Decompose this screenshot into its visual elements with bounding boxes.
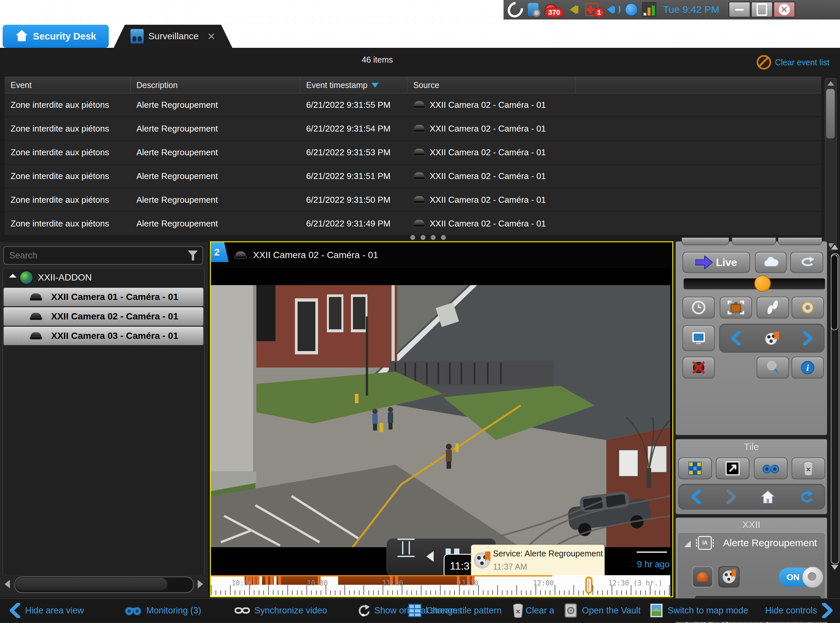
clipped-button[interactable] [682,237,729,245]
speaker-icon[interactable] [606,2,621,17]
next-bookmark-icon[interactable] [802,331,814,345]
life-ring-icon [800,300,815,315]
health-icon[interactable]: 1 [585,2,599,17]
expand-icon[interactable] [9,274,17,281]
video-tile[interactable]: 2 XXII Camera 02 - Caméra - 01 [210,241,673,597]
scroll-up-icon[interactable] [828,81,834,86]
table-row[interactable]: Zone interdite aux piétonsAlerte Regroup… [5,188,821,212]
go-to-time-button[interactable] [682,297,715,318]
ruler-tick [478,585,479,595]
column-description[interactable]: Description [130,77,300,93]
filmstrip-icon[interactable] [397,539,415,557]
speed-slider[interactable] [684,278,825,289]
protect-video-button[interactable] [792,297,824,318]
forward-icon[interactable] [725,490,737,504]
toolbar-change-tile-pattern[interactable]: Change tile pattern [408,599,501,622]
scroll-up-icon[interactable] [831,245,838,250]
camera-tree-item[interactable]: XXII Camera 01 - Caméra - 01 [4,288,203,306]
toolbar-switch-to-map-mode[interactable]: Switch to map mode [650,599,748,622]
toolbar-hide-controls[interactable]: Hide controls [765,599,833,622]
table-row[interactable]: Zone interdite aux piétonsAlerte Regroup… [5,141,821,164]
network-globe-icon[interactable] [624,2,639,17]
timeline-cursor[interactable] [585,577,593,594]
column-event[interactable]: Event [5,77,130,93]
expand-tile-button[interactable] [716,457,750,479]
clear-tile-button[interactable] [792,457,825,479]
info-button[interactable]: i [792,357,824,378]
clipped-button[interactable] [731,237,776,245]
monitor-button[interactable] [682,325,715,351]
toolbar-clear-a[interactable]: Clear a [512,599,554,622]
bookmark-button[interactable] [718,566,739,588]
refresh-icon[interactable] [798,490,813,504]
monitoring-button[interactable] [754,457,788,479]
close-button[interactable]: ✕ [773,2,795,17]
toolbar-open-the-vault[interactable]: Open the Vault [564,599,641,622]
directory-status-icon[interactable] [526,2,540,17]
minimize-button[interactable] [729,2,750,17]
toolbar-hide-area-view[interactable]: Hide area view [9,599,84,622]
clipped-button[interactable] [778,237,822,245]
scrollbar-thumb[interactable] [826,89,835,138]
tab-security-desk[interactable]: Security Desk [3,25,109,48]
change-pattern-button[interactable] [678,457,712,479]
loop-button[interactable] [790,252,823,273]
previous-bookmark-icon[interactable] [730,331,742,345]
timeline-scrubber[interactable]: 10:0010:3011:0011:3012:0012:30 (3 hr.) [211,575,670,596]
tab-surveillance[interactable]: Surveillance ✕ [114,25,232,48]
maximize-button[interactable] [751,2,773,17]
ruler-tick [330,590,331,595]
search-input[interactable] [4,250,188,261]
block-camera-button[interactable] [682,357,715,378]
scroll-right-icon[interactable] [198,580,203,588]
muted-speaker-icon[interactable] [567,2,581,17]
home-icon[interactable] [761,490,775,504]
rewind-icon[interactable] [426,551,434,562]
event-list-scrollbar[interactable] [825,78,837,251]
table-row[interactable]: Zone interdite aux piétonsAlerte Regroup… [5,93,821,117]
ruler-tick [626,590,627,595]
area-view-hscrollbar[interactable] [3,576,205,593]
clear-event-list-button[interactable]: Clear event list [757,55,829,69]
scroll-left-icon[interactable] [5,580,10,588]
visual-tracking-button[interactable] [757,297,789,318]
live-button[interactable]: Live [682,252,750,273]
back-icon[interactable] [690,490,702,504]
scroll-down-icon[interactable] [831,565,838,570]
table-row[interactable]: Zone interdite aux piétonsAlerte Regroup… [5,212,821,236]
zoom-button[interactable] [757,357,789,378]
timeline-event-mark [253,576,256,585]
panel-splitter-handle[interactable] [410,235,446,240]
ruler-tick [559,590,560,595]
usage-chart-icon[interactable] [642,2,656,17]
add-bookmark-icon[interactable] [764,330,780,346]
search-box[interactable] [3,246,203,265]
save-snapshot-button[interactable] [720,297,752,318]
toggle-knob[interactable] [802,566,823,588]
slider-knob[interactable] [754,275,771,292]
tree-root-xxii-addon[interactable]: XXII-ADDON [3,268,204,287]
table-row[interactable]: Zone interdite aux piétonsAlerte Regroup… [5,117,821,141]
scrollbar-track[interactable] [14,577,194,593]
toolbar-synchronize-video[interactable]: Synchronize video [235,599,327,622]
ruler-tick [440,585,441,595]
ruler-tick [435,590,436,595]
filter-icon[interactable] [188,250,198,261]
column-event-timestamp[interactable]: Event timestamp [300,77,407,93]
scrollbar-thumb[interactable] [16,578,167,590]
alert-toggle[interactable]: ON [779,568,821,587]
column-source[interactable]: Source [407,77,575,93]
cell-description: Alerte Regroupement [130,100,300,110]
siren-button[interactable] [692,566,713,588]
alarms-icon[interactable]: 370 [544,2,558,17]
camera-tree-item[interactable]: XXII Camera 02 - Caméra - 01 [4,307,203,326]
controls-scrollbar[interactable] [830,241,840,595]
close-tab-icon[interactable]: ✕ [207,31,216,42]
toolbar-monitoring-3-[interactable]: Monitoring (3) [124,599,201,622]
chevron-right-icon [822,603,833,618]
cloud-playback-button[interactable] [755,252,786,273]
camera-tree-item[interactable]: XXII Camera 03 - Caméra - 01 [4,327,203,345]
scrollbar-thumb[interactable] [831,255,838,330]
collapse-icon[interactable] [684,540,691,547]
table-row[interactable]: Zone interdite aux piétonsAlerte Regroup… [5,164,821,188]
